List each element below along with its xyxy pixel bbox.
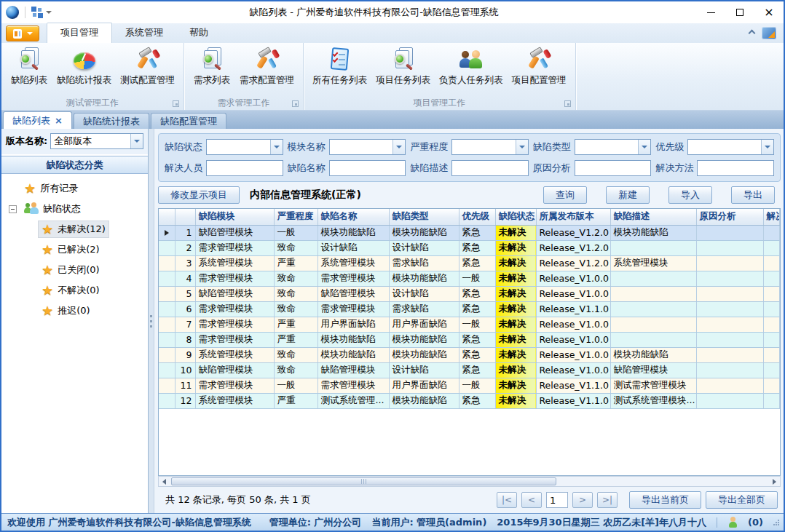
row-indicator[interactable] [159,393,175,408]
cell-priority[interactable]: 紧急 [459,332,495,347]
ribbon-button[interactable]: 项目配置管理 [508,45,571,88]
application-menu-button[interactable] [6,25,39,41]
cell-name[interactable]: 需求管理模块 [317,378,389,393]
cell-type[interactable]: 模块功能缺陷 [389,347,459,362]
ribbon-tab-1[interactable]: 系统管理 [112,23,176,43]
cell-release[interactable]: Release_V1.0.0 [536,362,610,378]
cell-cause[interactable] [696,332,763,347]
row-indicator[interactable] [159,271,175,286]
cell-release[interactable]: Release_V1.0.0 [536,332,610,347]
cell-severity[interactable]: 致命 [274,362,317,378]
cell-solution[interactable] [763,301,780,317]
tree-item-4[interactable]: ★已关闭(0) [9,260,148,280]
cell-desc[interactable]: 测试系统管理模块... [610,393,696,408]
cell-type[interactable]: 需求缺陷 [389,255,459,271]
cell-name[interactable]: 用户界面缺陷 [317,317,389,332]
table-row[interactable]: 11需求管理模块一般需求管理模块用户界面缺陷一般未解决Release_V1.1.… [159,378,780,393]
cell-cause[interactable] [696,225,763,240]
cell-status[interactable]: 未解决 [495,393,536,408]
cell-priority[interactable]: 紧急 [459,255,495,271]
cell-name[interactable]: 系统管理模块 [317,255,389,271]
cell-module[interactable]: 需求管理模块 [195,332,274,347]
ribbon-button[interactable]: 缺陷统计报表 [52,45,116,88]
table-row[interactable]: 5缺陷管理模块致命缺陷管理模块设计缺陷紧急未解决Release_V1.0.0 [159,286,780,301]
filter-input-解决人员[interactable] [206,160,283,176]
cell-status[interactable]: 未解决 [495,301,536,317]
cell-solution[interactable] [763,286,780,301]
doc-tab-1[interactable]: 缺陷统计报表 [74,113,149,129]
filter-select-严重程度[interactable] [451,139,529,155]
cell-cause[interactable] [696,271,763,286]
cell-priority[interactable]: 紧急 [459,362,495,378]
ribbon-tab-2[interactable]: 帮助 [176,23,221,43]
cell-status[interactable]: 未解决 [495,332,536,347]
import-button[interactable]: 导入 [668,186,712,204]
cell-desc[interactable] [610,271,696,286]
filter-select-优先级[interactable] [687,139,774,155]
table-row[interactable]: 3系统管理模块严重系统管理模块需求缺陷紧急未解决Release_V1.2.0系统… [159,255,780,271]
cell-desc[interactable]: 测试需求管理模块 [610,378,696,393]
cell-release[interactable]: Release_V1.1.0 [536,378,610,393]
cell-type[interactable]: 设计缺陷 [389,240,459,255]
cell-release[interactable]: Release_V1.0.0 [536,347,610,362]
filter-input-原因分析[interactable] [575,160,652,176]
cell-severity[interactable]: 致命 [274,301,317,317]
ribbon-button[interactable]: 测试配置管理 [116,45,179,88]
ribbon-button[interactable]: 项目任务列表 [371,45,435,88]
column-header-solution[interactable]: 解决方法 [763,209,780,225]
row-indicator[interactable] [159,225,175,240]
resize-grip-icon[interactable] [773,520,779,525]
cell-solution[interactable] [763,240,780,255]
cell-name[interactable]: 模块功能缺陷 [317,347,389,362]
cell-module[interactable]: 缺陷管理模块 [195,362,274,378]
cell-name[interactable]: 需求管理模块 [317,271,389,286]
cell-status[interactable]: 未解决 [495,240,536,255]
row-indicator[interactable] [159,317,175,332]
query-button[interactable]: 查询 [543,186,587,204]
page-number-input[interactable] [546,492,568,508]
cell-priority[interactable]: 一般 [459,378,495,393]
cell-desc[interactable] [610,286,696,301]
cell-type[interactable]: 需求缺陷 [389,301,459,317]
select-caret-icon[interactable] [761,140,773,154]
cell-status[interactable]: 未解决 [495,225,536,240]
cell-module[interactable]: 需求管理模块 [195,317,274,332]
column-header-priority[interactable]: 优先级 [459,209,495,225]
export-all-pages-button[interactable]: 导出全部页 [706,491,778,509]
cell-type[interactable]: 模块功能缺陷 [389,393,459,408]
column-header-release[interactable]: 所属发布版本 [536,209,610,225]
cell-name[interactable]: 测试系统管理... [317,393,389,408]
cell-severity[interactable]: 致命 [274,347,317,362]
cell-severity[interactable]: 致命 [274,271,317,286]
cell-name[interactable]: 模块功能缺陷 [317,225,389,240]
cell-release[interactable]: Release_V1.0.0 [536,317,610,332]
row-indicator[interactable] [159,255,175,271]
cell-priority[interactable]: 紧急 [459,225,495,240]
cell-cause[interactable] [696,286,763,301]
row-indicator[interactable] [159,240,175,255]
cell-module[interactable]: 系统管理模块 [195,347,274,362]
cell-status[interactable]: 未解决 [495,378,536,393]
cell-priority[interactable]: 一般 [459,271,495,286]
dialog-launcher-icon[interactable] [564,100,571,107]
cell-module[interactable]: 缺陷管理模块 [195,286,274,301]
cell-release[interactable]: Release_V1.2.0 [536,225,610,240]
filter-input-解决方法[interactable] [697,160,774,176]
tab-close-icon[interactable]: × [55,115,63,126]
table-row[interactable]: 1缺陷管理模块一般模块功能缺陷模块功能缺陷紧急未解决Release_V1.2.0… [159,225,780,240]
cell-solution[interactable] [763,255,780,271]
cell-priority[interactable]: 紧急 [459,301,495,317]
version-select[interactable]: 全部版本 [50,133,143,149]
cell-solution[interactable] [763,271,780,286]
cell-type[interactable]: 用户界面缺陷 [389,317,459,332]
cell-solution[interactable] [763,225,780,240]
tree-item-5[interactable]: ★不解决(0) [9,280,148,301]
row-indicator[interactable] [159,362,175,378]
cell-status[interactable]: 未解决 [495,362,536,378]
cell-solution[interactable] [763,378,780,393]
cell-priority[interactable]: 紧急 [459,347,495,362]
minimize-button[interactable] [696,1,725,23]
scroll-right-icon[interactable] [769,477,780,486]
cell-type[interactable]: 模块功能缺陷 [389,271,459,286]
cell-desc[interactable] [610,301,696,317]
